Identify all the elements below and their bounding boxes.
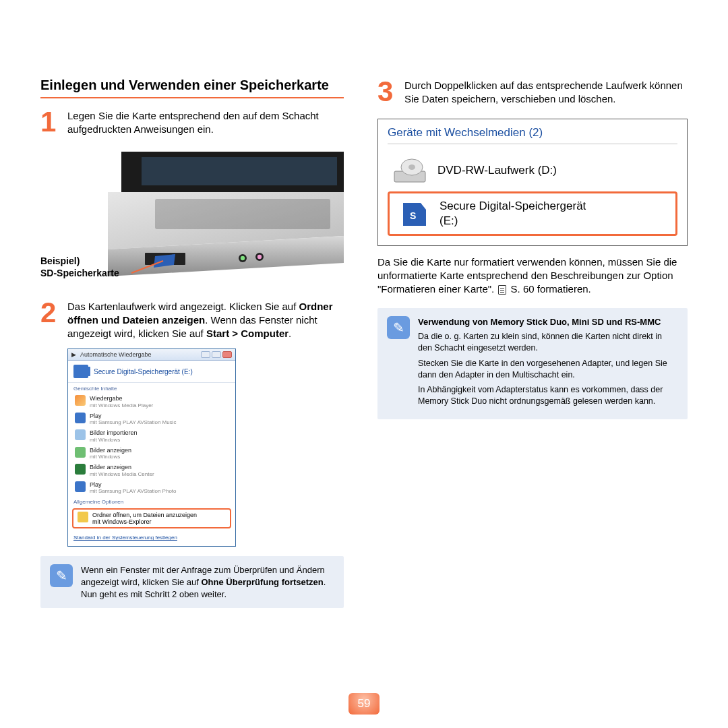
play-icon (75, 481, 86, 492)
note-title: Verwendung von Memory Stick Duo, Mini SD… (418, 316, 678, 328)
play-icon (75, 413, 86, 423)
minimize-icon[interactable] (201, 351, 210, 358)
drive-dvd[interactable]: DVD-RW-Laufwerk (D:) (388, 151, 677, 191)
dialog-title: Automatische Wiedergabe (80, 351, 152, 358)
step-text: Legen Sie die Karte entsprechend den auf… (67, 108, 344, 137)
close-icon[interactable] (222, 351, 232, 358)
autoplay-option[interactable]: Wiedergabemit Windows Media Player (68, 393, 235, 411)
autoplay-option[interactable]: Bilder importierenmit Windows (68, 427, 235, 445)
autoplay-dialog: ▶ Automatische Wiedergabe Secure Digital… (67, 348, 236, 547)
sd-card-icon: S (394, 199, 430, 229)
maximize-icon[interactable] (212, 351, 221, 358)
autoplay-option[interactable]: Bilder anzeigenmit Windows (68, 445, 235, 462)
svg-rect-3 (155, 199, 330, 229)
step-3: 3 Durch Doppelklicken auf das entspreche… (377, 78, 688, 107)
section-title: Einlegen und Verwenden einer Speicherkar… (40, 78, 344, 98)
folder-icon (78, 512, 88, 522)
explorer-panel: Geräte mit Wechselmedien (2) DVD-RW-Lauf… (377, 119, 688, 246)
autoplay-option[interactable]: Playmit Samsung PLAY AVStation Photo (68, 479, 235, 497)
pictures-icon (75, 447, 86, 458)
svg-point-8 (241, 255, 245, 260)
sd-label-line1: Beispiel) (40, 255, 80, 266)
note-left: ✎ Wenn ein Fenster mit der Anfrage zum Ü… (40, 556, 344, 608)
step-text: Durch Doppelklicken auf das entsprechend… (404, 78, 688, 107)
svg-point-10 (257, 254, 262, 258)
step-number: 2 (40, 299, 61, 341)
autoplay-icon: ▶ (71, 351, 76, 358)
drive-sd-selected[interactable]: S Secure Digital-Speichergerät(E:) (388, 191, 677, 236)
drive-label: DVD-RW-Laufwerk (D:) (437, 163, 557, 178)
step-text: Das Kartenlaufwerk wird angezeigt. Klick… (67, 299, 344, 341)
mediacenter-icon (75, 464, 86, 475)
pencil-icon: ✎ (50, 564, 73, 587)
laptop-illustration: Beispiel) SD-Speicherkarte (40, 145, 344, 286)
format-paragraph: Da Sie die Karte nur formatiert verwende… (377, 255, 688, 297)
dvd-drive-icon (392, 156, 428, 186)
subheading-mixed: Gemischte Inhalte (68, 383, 235, 393)
device-name: Secure Digital-Speichergerät (E:) (94, 368, 193, 375)
dialog-titlebar: ▶ Automatische Wiedergabe (68, 349, 235, 361)
autoplay-option[interactable]: Playmit Samsung PLAY AVStation Music (68, 411, 235, 428)
page-number: 59 (348, 693, 380, 715)
wmp-icon (75, 395, 86, 406)
step-number: 1 (40, 108, 61, 137)
set-default-link[interactable]: Standard in der Systemsteuerung festlege… (73, 535, 177, 541)
step-1: 1 Legen Sie die Karte entsprechend den a… (40, 108, 344, 137)
step-2: 2 Das Kartenlaufwerk wird angezeigt. Kli… (40, 299, 344, 341)
svg-point-14 (408, 164, 415, 170)
explorer-heading: Geräte mit Wechselmedien (2) (388, 126, 677, 144)
autoplay-option-selected[interactable]: Ordner öffnen, um Dateien anzuzeigenmit … (72, 508, 231, 528)
sd-card-icon (73, 365, 88, 378)
subheading-general: Allgemeine Optionen (68, 496, 235, 506)
svg-text:S: S (410, 210, 416, 221)
pencil-icon: ✎ (387, 316, 410, 339)
sd-label-line2: SD-Speicherkarte (40, 268, 119, 278)
note-right: ✎ Verwendung von Memory Stick Duo, Mini … (377, 308, 688, 419)
autoplay-option[interactable]: Bilder anzeigenmit Windows Media Center (68, 462, 235, 479)
page-ref-icon (498, 285, 506, 295)
svg-marker-1 (142, 157, 337, 185)
import-icon (75, 429, 86, 440)
step-number: 3 (377, 78, 398, 107)
drive-label: Secure Digital-Speichergerät(E:) (439, 199, 586, 229)
